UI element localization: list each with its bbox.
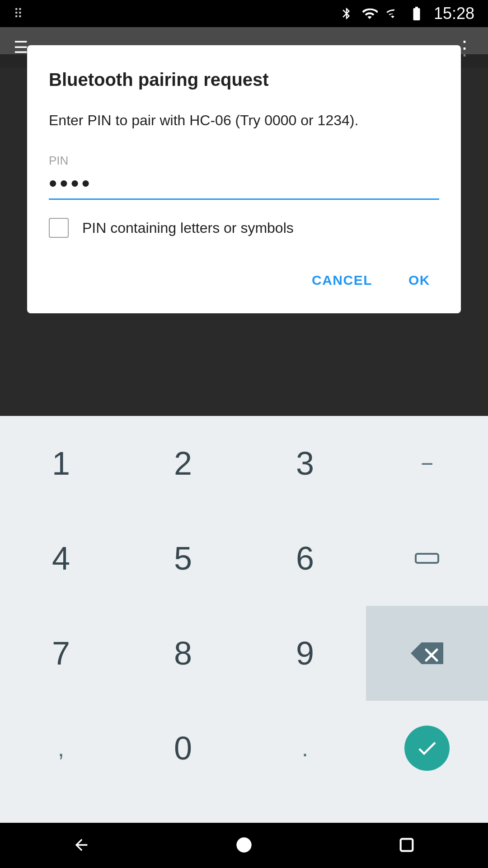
key-minus[interactable]: − [366,416,488,511]
bluetooth-pairing-dialog: Bluetooth pairing request Enter PIN to p… [27,45,461,313]
key-3[interactable]: 3 [244,416,366,511]
key-7[interactable]: 7 [0,606,122,701]
key-9[interactable]: 9 [244,606,366,701]
signal-icon [386,5,399,22]
key-space[interactable] [366,511,488,606]
svg-rect-0 [416,554,438,563]
key-period[interactable]: . [244,701,366,796]
key-1[interactable]: 1 [0,416,122,511]
keyboard-grid: 1 2 3 − 4 5 6 7 8 9 , 0 . [0,416,488,796]
status-time: 15:28 [434,4,474,23]
nav-back-button[interactable] [72,836,90,855]
wifi-icon [361,5,378,22]
battery-icon [408,5,426,22]
notification-dots-icon: ⠿ [14,6,23,21]
back-icon [72,836,90,854]
pin-dots: •••• [49,171,439,198]
svg-rect-4 [401,839,413,851]
status-right-icons: 15:28 [340,4,474,23]
key-2[interactable]: 2 [122,416,244,511]
status-bar: ⠿ 15:28 [0,0,488,27]
nav-bar [0,823,488,868]
dialog-buttons: CANCEL OK [49,265,439,295]
pin-underline [49,198,439,200]
bluetooth-icon [340,5,353,22]
ok-button[interactable]: OK [399,265,439,295]
home-icon [235,836,253,854]
status-left-icons: ⠿ [14,6,23,21]
dialog-message: Enter PIN to pair with HC-06 (Try 0000 o… [49,109,439,131]
checkbox-label: PIN containing letters or symbols [82,218,294,238]
nav-recents-button[interactable] [398,836,416,855]
key-5[interactable]: 5 [122,511,244,606]
dialog-title: Bluetooth pairing request [49,68,439,91]
svg-point-3 [236,837,251,852]
pin-label: PIN [49,154,439,168]
enter-circle [404,726,450,771]
key-enter[interactable] [366,701,488,796]
key-8[interactable]: 8 [122,606,244,701]
pin-letters-checkbox[interactable] [49,218,69,238]
cancel-button[interactable]: CANCEL [303,265,381,295]
pin-input-wrapper[interactable]: •••• [49,171,439,200]
key-4[interactable]: 4 [0,511,122,606]
checkbox-row[interactable]: PIN containing letters or symbols [49,218,439,238]
key-0[interactable]: 0 [122,701,244,796]
keyboard-area: 1 2 3 − 4 5 6 7 8 9 , 0 . [0,416,488,832]
key-comma[interactable]: , [0,701,122,796]
key-backspace[interactable] [366,606,488,701]
recents-icon [398,836,416,854]
nav-home-button[interactable] [235,836,253,855]
key-6[interactable]: 6 [244,511,366,606]
